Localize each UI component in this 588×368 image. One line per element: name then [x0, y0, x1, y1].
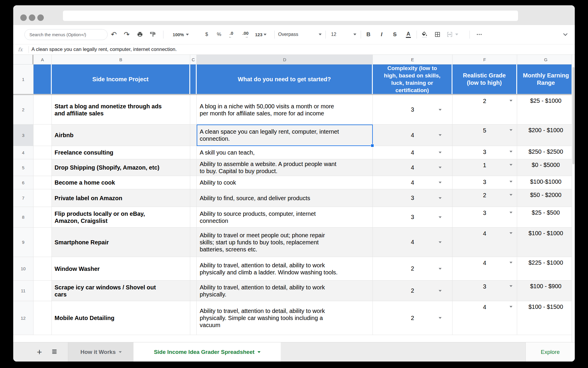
cell-needs[interactable]: Ability to find, source, and deliver pro… — [197, 189, 373, 207]
cell-grade[interactable]: 3 — [452, 281, 517, 301]
cell-c[interactable] — [190, 301, 197, 335]
row-number[interactable]: 12 — [13, 301, 34, 335]
borders-icon[interactable] — [434, 31, 441, 38]
row-number[interactable]: 1 — [13, 64, 34, 94]
row-number[interactable]: 8 — [13, 207, 34, 228]
cell-project[interactable]: Start a blog and monetize through ads an… — [52, 95, 190, 125]
row-number[interactable]: 7 — [13, 189, 34, 207]
window-close-icon[interactable] — [20, 14, 27, 21]
column-header-G[interactable]: G — [517, 55, 575, 64]
fill-color-icon[interactable] — [421, 31, 427, 38]
format-currency-button[interactable]: $ — [205, 32, 208, 37]
font-family-select[interactable]: Overpass — [278, 32, 322, 37]
cell-project[interactable]: Airbnb — [52, 125, 190, 146]
cell-a[interactable] — [34, 146, 52, 159]
cell-grade[interactable]: 4 — [452, 257, 517, 281]
dropdown-arrow-icon[interactable] — [439, 134, 442, 136]
cell-income[interactable]: $200 - $1000 — [517, 125, 575, 146]
cell-needs[interactable]: Ability to cook — [197, 176, 373, 189]
header-cell-project[interactable]: Side Income Project — [52, 64, 190, 94]
cell-complexity[interactable]: 2 — [373, 281, 452, 301]
row-number[interactable]: 4 — [13, 146, 34, 159]
cell-income[interactable]: $250 - $2500 — [517, 146, 575, 159]
cell-needs[interactable]: Ability to travel or meet people out; ph… — [197, 228, 373, 257]
dropdown-arrow-icon[interactable] — [510, 306, 512, 308]
column-header-E[interactable]: E — [373, 55, 452, 64]
cell-c[interactable] — [190, 176, 197, 189]
cell-project[interactable]: Window Washer — [52, 257, 190, 281]
font-size-select[interactable]: 12 — [331, 32, 356, 37]
increase-decimal-button[interactable]: .00→ — [243, 31, 249, 38]
cell-a[interactable] — [34, 176, 52, 189]
dropdown-arrow-icon[interactable] — [510, 181, 512, 183]
dropdown-arrow-icon[interactable] — [439, 290, 442, 292]
explore-button[interactable]: Explore — [525, 342, 575, 362]
scrollbar-thumb[interactable] — [572, 67, 574, 164]
row-number[interactable]: 5 — [13, 159, 34, 176]
dropdown-arrow-icon[interactable] — [439, 317, 442, 319]
cell-c[interactable] — [190, 189, 197, 207]
dropdown-arrow-icon[interactable] — [510, 164, 512, 166]
header-cell-complexity[interactable]: Complexity (low to high, based on skills… — [373, 64, 452, 94]
cell-a[interactable] — [34, 95, 52, 125]
italic-button[interactable]: I — [381, 31, 382, 38]
dropdown-arrow-icon[interactable] — [439, 268, 442, 270]
undo-icon[interactable]: ↶ — [111, 31, 117, 38]
dropdown-arrow-icon[interactable] — [510, 262, 512, 263]
dropdown-arrow-icon[interactable] — [510, 151, 512, 152]
cell-grade[interactable]: 3 — [452, 176, 517, 189]
dropdown-arrow-icon[interactable] — [439, 182, 442, 183]
cell-needs[interactable]: A clean space you can legally rent, comp… — [197, 125, 373, 146]
cell-grade[interactable]: 1 — [452, 159, 517, 176]
cell-c[interactable] — [190, 207, 197, 228]
cell-grade[interactable]: 3 — [452, 146, 517, 159]
cell-needs[interactable]: Ability to assemble a website. A product… — [197, 159, 373, 176]
cell-complexity[interactable]: 2 — [373, 257, 452, 281]
paint-format-icon[interactable] — [150, 31, 156, 38]
cell-a[interactable] — [34, 125, 52, 146]
dropdown-arrow-icon[interactable] — [439, 197, 442, 199]
row-number[interactable]: 3 — [13, 125, 34, 146]
dropdown-arrow-icon[interactable] — [510, 285, 512, 287]
cell-a[interactable] — [34, 207, 52, 228]
cell-c[interactable] — [190, 159, 197, 176]
row-number[interactable]: 9 — [13, 228, 34, 257]
cell-income[interactable]: $100-$1000 — [517, 176, 575, 189]
cell-complexity[interactable]: 4 — [373, 159, 452, 176]
decrease-decimal-button[interactable]: .0← — [230, 31, 233, 38]
cell-complexity[interactable]: 3 — [373, 95, 452, 125]
menu-search-input[interactable]: Search the menus (Option+/) — [24, 29, 108, 40]
cell-project[interactable]: Flip products locally or on eBay, Amazon… — [52, 207, 190, 228]
cell-income[interactable]: $225 - $1000 — [517, 257, 575, 281]
cell-c[interactable] — [190, 146, 197, 159]
cell-project[interactable]: Smartphone Repair — [52, 228, 190, 257]
row-number[interactable]: 6 — [13, 176, 34, 189]
number-format-button[interactable]: 123 — [255, 32, 266, 37]
cell-complexity[interactable]: 3 — [373, 189, 452, 207]
cell-project[interactable]: Freelance consulting — [52, 146, 190, 159]
cell-c[interactable] — [190, 257, 197, 281]
cell-grade[interactable]: 4 — [452, 228, 517, 257]
formula-bar[interactable]: fx A clean space you can legally rent, c… — [13, 44, 575, 55]
cell-a[interactable] — [34, 257, 52, 281]
header-cell-c[interactable] — [190, 64, 197, 94]
cell-grade[interactable]: 4 — [452, 301, 517, 335]
dropdown-arrow-icon[interactable] — [439, 152, 442, 153]
cell-complexity[interactable]: 2 — [373, 301, 452, 335]
cell-c[interactable] — [190, 228, 197, 257]
cell-a[interactable] — [34, 189, 52, 207]
cell-income[interactable]: $0 - $5000 — [517, 159, 575, 176]
cell-a[interactable] — [34, 228, 52, 257]
tab-side-income-idea-grader[interactable]: Side Income Idea Grader Spreadsheet — [133, 342, 281, 362]
cell-income[interactable]: $100 - $1000 — [517, 228, 575, 257]
window-zoom-icon[interactable] — [37, 14, 44, 21]
address-bar[interactable] — [63, 11, 518, 21]
cell-needs[interactable]: Ability to source products, computer, in… — [197, 207, 373, 228]
cell-project[interactable]: Private label on Amazon — [52, 189, 190, 207]
merge-cells-icon[interactable] — [446, 31, 458, 38]
format-percent-button[interactable]: % — [217, 32, 221, 37]
cell-income[interactable]: $25 - $500 — [517, 207, 575, 228]
cell-needs[interactable]: A skill you can teach, — [197, 146, 373, 159]
cell-grade[interactable]: 2 — [452, 189, 517, 207]
column-header-A[interactable]: A — [34, 55, 52, 64]
